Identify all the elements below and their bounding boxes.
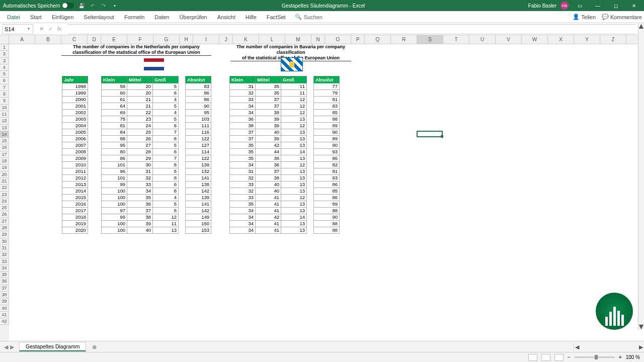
table-row[interactable]: 97378 <box>102 208 179 214</box>
table-row[interactable]: 100365 <box>102 201 179 208</box>
row-header-30[interactable]: 30 <box>0 238 9 245</box>
tab-factset[interactable]: FactSet <box>262 11 291 23</box>
table-row[interactable]: 2003 <box>62 116 88 123</box>
table-row[interactable]: 86297 <box>102 155 179 162</box>
col-header-M[interactable]: M <box>285 35 311 44</box>
table-row[interactable]: 86 <box>314 155 340 162</box>
col-header-B[interactable]: B <box>35 35 61 44</box>
row-header-11[interactable]: 11 <box>0 111 9 118</box>
col-header-N[interactable]: N <box>311 35 325 44</box>
table-row[interactable]: 64215 <box>102 103 179 110</box>
table-row[interactable]: 116 <box>186 129 211 136</box>
table-row[interactable]: 354213 <box>230 142 307 149</box>
row-header-6[interactable]: 6 <box>0 77 9 84</box>
col-header-I[interactable]: I <box>193 35 219 44</box>
table-row[interactable]: 79 <box>314 90 340 97</box>
maximize-icon[interactable]: ◻ <box>609 0 623 11</box>
table-row[interactable]: 88 <box>314 227 340 234</box>
table-row[interactable]: 81246 <box>102 123 179 129</box>
table-row[interactable]: 86 <box>186 90 211 97</box>
table-row[interactable]: 324013 <box>230 188 307 195</box>
tab-formeln[interactable]: Formeln <box>119 11 149 23</box>
table-row[interactable]: 2009 <box>62 155 88 162</box>
row-header-9[interactable]: 9 <box>0 98 9 104</box>
table-row[interactable]: 2018 <box>62 214 88 221</box>
col-header-Z[interactable]: Z <box>600 35 626 44</box>
row-header-23[interactable]: 23 <box>0 192 9 198</box>
row-header-21[interactable]: 21 <box>0 178 9 185</box>
row-header-34[interactable]: 34 <box>0 265 9 272</box>
table-row[interactable]: 150 <box>186 221 211 227</box>
table-row[interactable]: 60206 <box>102 90 179 97</box>
col-header-X[interactable]: X <box>548 35 574 44</box>
table-row[interactable]: 114 <box>186 149 211 155</box>
row-header-7[interactable]: 7 <box>0 84 9 91</box>
table-row[interactable]: 58205 <box>102 83 179 90</box>
col-header-C[interactable]: C <box>61 35 88 44</box>
table-row[interactable]: 344113 <box>230 208 307 214</box>
ribbon-display-icon[interactable]: ▭ <box>573 0 587 11</box>
view-pagelayout-icon[interactable] <box>541 354 550 361</box>
table-row[interactable]: 2001 <box>62 103 88 110</box>
zoom-out-icon[interactable]: − <box>568 354 571 360</box>
table-row[interactable]: 2010 <box>62 162 88 168</box>
table-row[interactable]: 90 <box>314 142 340 149</box>
search-box[interactable]: 🔍 Suchen <box>295 14 323 20</box>
row-header-36[interactable]: 36 <box>0 278 9 285</box>
row-header-5[interactable]: 5 <box>0 71 9 77</box>
enter-formula-icon[interactable]: ✓ <box>46 26 54 32</box>
share-button[interactable]: 👤Teilen <box>573 14 596 20</box>
tab-hilfe[interactable]: Hilfe <box>240 11 262 23</box>
table-row[interactable]: 83 <box>186 83 211 90</box>
table-row[interactable]: 89 <box>314 136 340 142</box>
row-header-31[interactable]: 31 <box>0 245 9 251</box>
table-row[interactable]: 374013 <box>230 129 307 136</box>
row-header-18[interactable]: 18 <box>0 158 9 164</box>
table-row[interactable]: 343712 <box>230 103 307 110</box>
tab-seitenlayout[interactable]: Seitenlayout <box>78 11 119 23</box>
tab-datei[interactable]: Datei <box>2 11 25 23</box>
zoom-in-icon[interactable]: + <box>619 354 622 360</box>
table-row[interactable]: 142 <box>186 208 211 214</box>
table-row[interactable]: 1004013 <box>102 227 179 234</box>
col-header-R[interactable]: R <box>391 35 417 44</box>
row-header-4[interactable]: 4 <box>0 64 9 71</box>
table-row[interactable]: 2005 <box>62 129 88 136</box>
row-header-3[interactable]: 3 <box>0 58 9 64</box>
row-header-32[interactable]: 32 <box>0 251 9 258</box>
table-row[interactable]: 101308 <box>102 162 179 168</box>
save-icon[interactable]: 💾 <box>78 2 85 9</box>
table-row[interactable]: 2014 <box>62 188 88 195</box>
table-row[interactable]: 344113 <box>230 227 307 234</box>
table-row[interactable]: 127 <box>186 142 211 149</box>
row-header-10[interactable]: 10 <box>0 105 9 111</box>
col-header-H[interactable]: H <box>180 35 193 44</box>
table-row[interactable]: 81 <box>314 168 340 175</box>
table-row[interactable]: 2011 <box>62 168 88 175</box>
col-header-A[interactable]: A <box>9 35 35 44</box>
table-row[interactable]: 89 <box>314 201 340 208</box>
table-row[interactable]: 103 <box>186 116 211 123</box>
undo-icon[interactable]: ↶ <box>89 2 96 9</box>
table-row[interactable]: 86 <box>314 182 340 188</box>
table-row[interactable]: 334013 <box>230 182 307 188</box>
minimize-icon[interactable]: — <box>591 0 605 11</box>
tab-start[interactable]: Start <box>25 11 47 23</box>
table-row[interactable]: 90 <box>314 214 340 221</box>
sheet-nav-prev-icon[interactable]: ◀ <box>4 344 8 350</box>
table-row[interactable]: 993812 <box>102 214 179 221</box>
table-row[interactable]: 1998 <box>62 83 88 90</box>
table-row[interactable]: 100354 <box>102 195 179 201</box>
row-header-13[interactable]: 13 <box>0 125 9 131</box>
tab-einfuegen[interactable]: Einfügen <box>47 11 78 23</box>
table-row[interactable]: 2013 <box>62 182 88 188</box>
row-header-15[interactable]: 15 <box>0 138 9 144</box>
user-avatar[interactable]: FB <box>560 2 569 10</box>
sheet-nav-next-icon[interactable]: ▶ <box>10 344 14 350</box>
table-row[interactable]: 139 <box>186 195 211 201</box>
table-row[interactable]: 90 <box>186 103 211 110</box>
row-header-38[interactable]: 38 <box>0 292 9 298</box>
row-header-1[interactable]: 1 <box>0 44 9 51</box>
table-row[interactable]: 138 <box>186 182 211 188</box>
row-header-27[interactable]: 27 <box>0 218 9 225</box>
